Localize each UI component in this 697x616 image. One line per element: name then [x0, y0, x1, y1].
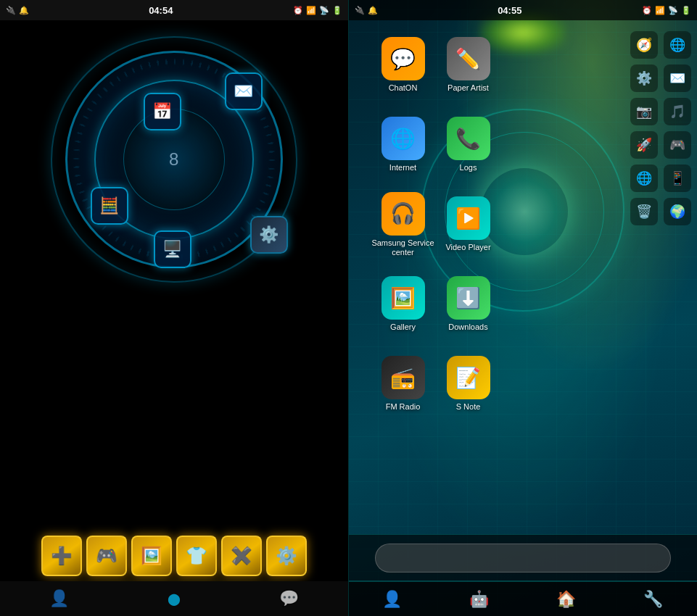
home-button[interactable]: 🏠	[550, 583, 582, 615]
tools-button[interactable]: 🔧	[638, 583, 669, 615]
dock-close[interactable]: ✖️	[221, 536, 262, 576]
back-nav-icon[interactable]: 👤	[49, 589, 69, 608]
app-chaton[interactable]: 💬 ChatON	[371, 25, 436, 105]
screenshot-icon-box[interactable]: 🖥️	[154, 230, 191, 268]
mini-settings[interactable]: ⚙️	[630, 64, 658, 92]
mini-uc-browser[interactable]: 🌐	[630, 165, 658, 192]
video-player-label: Video Player	[445, 243, 490, 252]
alarm-icon: ⏰	[293, 6, 303, 15]
floating-calendar[interactable]: 📅	[144, 93, 181, 130]
menu-nav-icon[interactable]: 💬	[279, 589, 299, 608]
mini-nova[interactable]: 📱	[664, 165, 691, 192]
signal-icon: 📡	[319, 6, 329, 15]
dock-search-bar[interactable]	[375, 544, 671, 573]
gallery-label: Gallery	[390, 322, 416, 332]
right-battery-icon: 🔋	[681, 6, 691, 15]
floating-settings[interactable]: ⚙️	[250, 216, 288, 254]
nav-icons-container: 👤 ⬤ 💬	[0, 589, 348, 608]
mini-next-launcher[interactable]: 🚀	[630, 131, 658, 159]
fm-radio-label: FM Radio	[386, 402, 421, 412]
status-bar-right: 🔌 🔔 04:55 ⏰ 📶 📡 🔋	[349, 0, 698, 20]
right-signal-icons: ⏰ 📶 📡 🔋	[642, 6, 691, 15]
app-downloads[interactable]: ⬇️ Downloads	[436, 265, 501, 344]
app-samsung-service[interactable]: 🎧 Samsung Service center	[371, 185, 436, 265]
right-panel: 🔌 🔔 04:55 ⏰ 📶 📡 🔋 💬 ChatON ✏️ Paper Arti…	[349, 0, 698, 616]
left-signal-icons: ⏰ 📶 📡 🔋	[293, 6, 342, 15]
email-icon-box[interactable]: ✉️	[225, 72, 263, 110]
samsung-service-icon[interactable]: 🎧	[382, 192, 425, 236]
bottom-dock-right	[349, 534, 698, 581]
paper-artist-label: Paper Artist	[448, 83, 489, 93]
hud-container: 8 📅 ✉️ 🧮 🖥️ ⚙️	[51, 36, 297, 283]
main-apps-area: 💬 ChatON ✏️ Paper Artist 🌐 Internet 📞 Lo…	[371, 25, 501, 424]
right-clock: 04:55	[498, 5, 521, 16]
app-s-note[interactable]: 📝 S Note	[436, 344, 501, 424]
hud-number: 8	[169, 149, 178, 170]
mini-globe[interactable]: 🌍	[664, 198, 691, 225]
floating-email[interactable]: ✉️	[225, 72, 263, 110]
app-fm-radio[interactable]: 📻 FM Radio	[371, 344, 436, 424]
app-internet[interactable]: 🌐 Internet	[371, 105, 436, 185]
downloads-icon[interactable]: ⬇️	[447, 276, 490, 320]
right-signal-icon: 📡	[668, 6, 678, 15]
person-icon: 👤	[382, 590, 402, 609]
paper-artist-icon[interactable]: ✏️	[447, 37, 490, 80]
bottom-nav-left: 👤 ⬤ 💬	[0, 581, 348, 616]
mini-camera[interactable]: 📷	[630, 98, 658, 125]
samsung-service-label: Samsung Service center	[371, 238, 436, 257]
home-icon: 🏠	[556, 590, 576, 609]
dock-settings[interactable]: ⚙️	[266, 536, 307, 576]
person-settings-btn[interactable]: 👤	[376, 583, 408, 615]
android-icon: 🤖	[469, 590, 489, 609]
dock-photo[interactable]: 🖼️	[131, 536, 172, 576]
internet-icon[interactable]: 🌐	[382, 117, 425, 160]
mini-game[interactable]: 🎮	[664, 131, 691, 159]
settings-icon-box[interactable]: ⚙️	[250, 216, 288, 254]
floating-screenshot[interactable]: 🖥️	[154, 230, 191, 268]
logs-icon[interactable]: 📞	[447, 117, 490, 160]
app-paper-artist[interactable]: ✏️ Paper Artist	[436, 25, 501, 105]
s-note-label: S Note	[456, 402, 481, 412]
notification-icon: 🔔	[19, 6, 29, 15]
mini-discover[interactable]: 🌐	[664, 31, 691, 59]
usb-icon: 🔌	[6, 6, 16, 15]
calendar-icon-box[interactable]: 📅	[144, 93, 181, 130]
mini-clean-master[interactable]: 🗑️	[630, 198, 658, 225]
bottom-nav-right: 👤 🤖 🏠 🔧	[349, 581, 698, 616]
dock-theme[interactable]: 👕	[176, 536, 217, 576]
logs-label: Logs	[460, 163, 477, 172]
chaton-icon[interactable]: 💬	[382, 37, 425, 80]
right-usb-icon: 🔌	[355, 6, 365, 15]
dock-container: ➕ 🎮 🖼️ 👕 ✖️ ⚙️	[41, 536, 307, 576]
right-wifi-icon: 📶	[655, 6, 665, 15]
left-panel: 🔌 🔔 04:54 ⏰ 📶 📡 🔋 8 📅 ✉️ 🧮 🖥️	[0, 0, 348, 616]
right-status-icons: 🔌 🔔	[355, 6, 378, 15]
left-status-icons: 🔌 🔔	[6, 6, 29, 15]
chaton-label: ChatON	[389, 83, 418, 93]
dock-add[interactable]: ➕	[41, 536, 82, 576]
gallery-icon[interactable]: 🖼️	[382, 276, 425, 320]
right-mini-icons: 🧭 🌐 ⚙️ ✉️ 📷 🎵 🚀 🎮 🌐 📱 🗑️ 🌍	[624, 25, 697, 231]
right-notification-icon: 🔔	[368, 6, 378, 15]
battery-icon: 🔋	[332, 6, 342, 15]
app-logs[interactable]: 📞 Logs	[436, 105, 501, 185]
video-player-icon[interactable]: ▶️	[447, 196, 490, 240]
left-clock: 04:54	[149, 5, 173, 16]
app-gallery[interactable]: 🖼️ Gallery	[371, 265, 436, 344]
mini-music[interactable]: 🎵	[664, 98, 691, 125]
floating-calculator[interactable]: 🧮	[91, 187, 128, 225]
fm-radio-icon[interactable]: 📻	[382, 356, 425, 399]
status-bar-left: 🔌 🔔 04:54 ⏰ 📶 📡 🔋	[0, 0, 348, 20]
tools-icon: 🔧	[643, 590, 663, 609]
mini-email[interactable]: ✉️	[664, 64, 691, 92]
android-settings-btn[interactable]: 🤖	[463, 583, 495, 615]
mini-navigator[interactable]: 🧭	[630, 31, 658, 59]
downloads-label: Downloads	[448, 322, 487, 332]
wifi-icon: 📶	[306, 6, 316, 15]
internet-label: Internet	[389, 163, 416, 172]
s-note-icon[interactable]: 📝	[447, 356, 490, 399]
home-nav-icon[interactable]: ⬤	[168, 592, 181, 606]
dock-game[interactable]: 🎮	[86, 536, 127, 576]
calculator-icon-box[interactable]: 🧮	[91, 187, 128, 225]
app-video-player[interactable]: ▶️ Video Player	[436, 185, 501, 265]
